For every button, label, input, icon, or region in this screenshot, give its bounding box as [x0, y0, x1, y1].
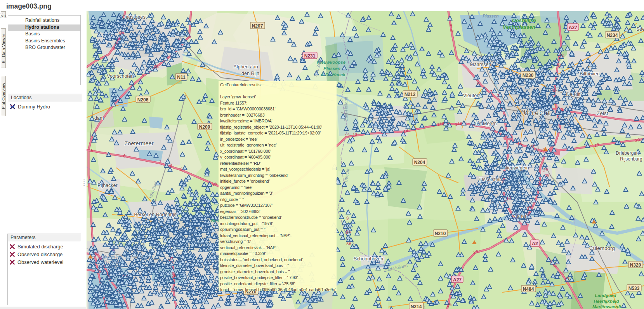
svg-text:The Hague: The Hague	[104, 259, 124, 264]
svg-text:Zuid-Holland: Zuid-Holland	[344, 97, 348, 121]
svg-text:Nieuwegein: Nieuwegein	[503, 165, 529, 171]
svg-text:N234: N234	[607, 33, 618, 38]
svg-text:Rijsenburg: Rijsenburg	[620, 156, 642, 162]
svg-text:Alphen aan: Alphen aan	[233, 64, 258, 70]
svg-text:den Rijn: den Rijn	[241, 71, 259, 76]
svg-text:dam: dam	[94, 115, 104, 121]
svg-text:N11: N11	[177, 75, 186, 80]
svg-text:Plassen: Plassen	[483, 14, 499, 18]
svg-text:N533: N533	[628, 286, 640, 291]
svg-text:Oostelijke: Oostelijke	[512, 17, 536, 23]
svg-text:N230: N230	[522, 73, 534, 78]
svg-text:Landgoed: Landgoed	[595, 293, 617, 298]
svg-text:Plassen: Plassen	[323, 66, 340, 71]
svg-text:N210: N210	[435, 231, 446, 236]
svg-text:N207: N207	[252, 23, 263, 29]
svg-text:Heerlijkheid: Heerlijkheid	[594, 299, 619, 304]
svg-text:N209: N209	[199, 124, 210, 130]
svg-text:N212: N212	[404, 92, 416, 97]
svg-text:Berkel en Rodenrijs: Berkel en Rodenrijs	[134, 212, 176, 217]
svg-text:A27: A27	[453, 277, 462, 283]
svg-text:N484: N484	[523, 286, 534, 292]
svg-text:Voorschoten: Voorschoten	[107, 73, 134, 79]
svg-text:N204: N204	[414, 160, 425, 165]
svg-text:De Bilt: De Bilt	[566, 92, 581, 97]
svg-text:Airport: Airport	[109, 264, 122, 269]
svg-text:Zeist: Zeist	[597, 110, 608, 116]
svg-text:Vleuten: Vleuten	[463, 93, 479, 98]
svg-text:N206: N206	[137, 97, 149, 103]
svg-text:Rotterdam: Rotterdam	[103, 254, 122, 259]
svg-text:Mariënwaerdt: Mariënwaerdt	[592, 304, 621, 309]
svg-text:Utrecht: Utrecht	[524, 109, 551, 117]
svg-text:Pijnacker: Pijnacker	[97, 183, 117, 188]
svg-text:De Meern: De Meern	[476, 121, 497, 126]
svg-text:Maarssen: Maarssen	[470, 62, 491, 67]
svg-text:N214: N214	[411, 304, 422, 309]
svg-text:Bilthoven: Bilthoven	[580, 71, 599, 77]
svg-text:A27: A27	[569, 25, 577, 30]
svg-text:IJsselstein: IJsselstein	[479, 177, 502, 182]
svg-text:N320: N320	[630, 262, 641, 268]
svg-text:Oegstgeest: Oegstgeest	[122, 14, 147, 20]
svg-text:Schoonhoven: Schoonhoven	[354, 256, 384, 262]
svg-text:A2: A2	[532, 241, 538, 246]
svg-text:Vechtplassen: Vechtplassen	[503, 24, 535, 30]
svg-text:Driebergen: Driebergen	[616, 150, 639, 156]
svg-text:Culemborg: Culemborg	[589, 245, 615, 251]
svg-text:Zoetermeer: Zoetermeer	[125, 140, 154, 147]
svg-text:N231: N231	[304, 53, 316, 59]
svg-text:& De Haeck: & De Haeck	[321, 72, 345, 77]
svg-text:Soe: Soe	[636, 26, 644, 32]
